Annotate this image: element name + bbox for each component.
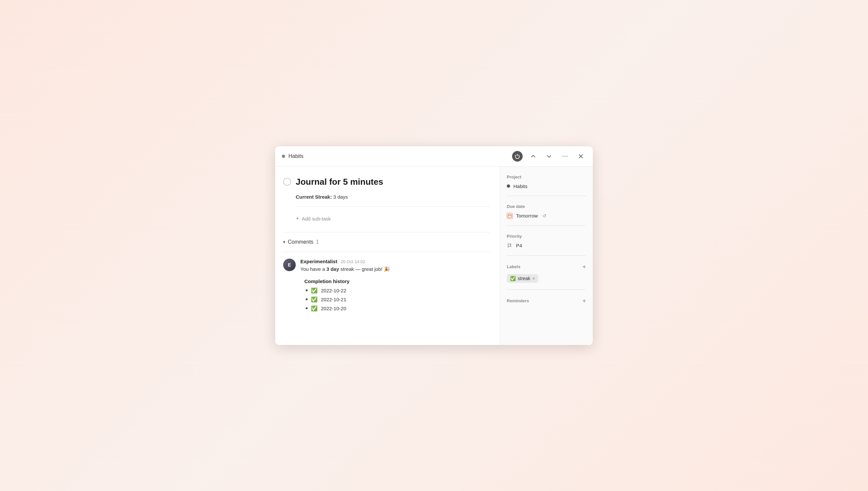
streak-label: Current Streak: bbox=[296, 194, 332, 200]
svg-point-1 bbox=[565, 155, 566, 156]
main-content: Journal for 5 minutes Current Streak: 3 … bbox=[275, 167, 593, 345]
project-name: Habits bbox=[514, 183, 528, 189]
sidebar-priority: Priority P4 bbox=[507, 234, 586, 256]
task-meta: Current Streak: 3 days + Add sub-task bbox=[283, 194, 490, 224]
priority-label: Priority bbox=[507, 234, 586, 239]
comments-section: ▾ Comments 1 E Experimentalist 20 Oct 14… bbox=[283, 239, 490, 314]
comment-bold: 3 day bbox=[327, 266, 339, 272]
reminders-label: Reminders bbox=[507, 298, 529, 303]
title-bar-left: Habits bbox=[282, 153, 303, 159]
bullet-icon bbox=[306, 289, 308, 291]
streak-value: 3 days bbox=[333, 194, 348, 200]
bullet-icon bbox=[306, 307, 308, 309]
close-button[interactable] bbox=[576, 151, 586, 162]
window-title: Habits bbox=[288, 153, 303, 159]
bullet-icon bbox=[306, 298, 308, 300]
avatar-image: E bbox=[283, 259, 296, 271]
left-panel: Journal for 5 minutes Current Streak: 3 … bbox=[275, 167, 500, 345]
priority-value[interactable]: P4 bbox=[507, 243, 586, 249]
history-item: ✅ 2022-10-21 bbox=[304, 296, 390, 302]
comment-text-before: You have a bbox=[300, 266, 327, 272]
divider-2 bbox=[283, 232, 490, 232]
comment-meta: Experimentalist 20 Oct 14:02 bbox=[300, 259, 390, 264]
svg-point-2 bbox=[567, 155, 568, 156]
task-checkbox[interactable] bbox=[283, 178, 291, 186]
comments-label: Comments bbox=[288, 239, 313, 245]
comment-author: Experimentalist bbox=[300, 259, 337, 264]
due-date-text: Tomorrow bbox=[516, 213, 538, 219]
add-reminder-button[interactable]: + bbox=[582, 298, 586, 304]
sidebar-reminders: Reminders + bbox=[507, 298, 586, 315]
comment-text-after: streak — great job! 🎉 bbox=[339, 266, 390, 272]
title-bar: Habits bbox=[275, 146, 593, 167]
task-header: Journal for 5 minutes bbox=[283, 176, 490, 188]
svg-rect-5 bbox=[508, 214, 512, 217]
comment-time: 20 Oct 14:02 bbox=[341, 259, 365, 264]
history-date: 2022-10-20 bbox=[321, 306, 346, 311]
svg-point-0 bbox=[563, 155, 564, 156]
add-subtask-button[interactable]: + Add sub-task bbox=[296, 213, 331, 224]
comment-item: E Experimentalist 20 Oct 14:02 You have … bbox=[283, 259, 490, 314]
labels-header: Labels + bbox=[507, 264, 586, 270]
history-item: ✅ 2022-10-20 bbox=[304, 305, 390, 312]
comment-text: You have a 3 day streak — great job! 🎉 bbox=[300, 265, 390, 273]
task-title: Journal for 5 minutes bbox=[296, 176, 383, 188]
sidebar-labels: Labels + ✅ streak × bbox=[507, 264, 586, 290]
project-label: Project bbox=[507, 174, 586, 179]
right-panel: Project Habits Due date bbox=[500, 167, 593, 345]
label-name: streak bbox=[518, 276, 530, 281]
comments-toggle[interactable]: ▾ Comments 1 bbox=[283, 239, 319, 245]
history-date: 2022-10-22 bbox=[321, 288, 346, 293]
more-options-button[interactable] bbox=[560, 151, 570, 162]
reminders-header: Reminders + bbox=[507, 298, 586, 304]
project-dot bbox=[507, 184, 510, 188]
avatar: E bbox=[283, 259, 296, 271]
down-button[interactable] bbox=[544, 151, 554, 162]
label-remove-button[interactable]: × bbox=[532, 276, 535, 281]
calendar-icon bbox=[507, 213, 513, 219]
history-title: Completion history bbox=[304, 279, 390, 284]
add-subtask-label: Add sub-task bbox=[302, 216, 331, 222]
sidebar-due-date: Due date Tomorrow ↺ bbox=[507, 204, 586, 226]
plus-icon: + bbox=[296, 215, 299, 222]
add-label-button[interactable]: + bbox=[582, 264, 586, 270]
main-window: Habits bbox=[275, 146, 593, 345]
due-date-label: Due date bbox=[507, 204, 586, 209]
check-icon: ✅ bbox=[311, 296, 317, 302]
priority-text: P4 bbox=[516, 243, 522, 248]
completion-history: Completion history ✅ 2022-10-22 ✅ bbox=[300, 279, 390, 312]
up-button[interactable] bbox=[528, 151, 538, 162]
history-item: ✅ 2022-10-22 bbox=[304, 287, 390, 294]
streak-line: Current Streak: 3 days bbox=[296, 194, 490, 200]
comment-body: Experimentalist 20 Oct 14:02 You have a … bbox=[300, 259, 390, 314]
label-tag: ✅ streak × bbox=[507, 274, 538, 283]
power-button[interactable] bbox=[512, 151, 523, 162]
label-check-icon: ✅ bbox=[510, 276, 516, 281]
project-dot-indicator bbox=[282, 154, 285, 158]
history-date: 2022-10-21 bbox=[321, 297, 346, 302]
sidebar-project: Project Habits bbox=[507, 174, 586, 196]
repeat-icon: ↺ bbox=[542, 213, 547, 219]
flag-icon bbox=[507, 243, 513, 249]
due-date-value[interactable]: Tomorrow ↺ bbox=[507, 213, 586, 219]
history-list: ✅ 2022-10-22 ✅ 2022-10-21 bbox=[304, 287, 390, 312]
chevron-icon: ▾ bbox=[283, 240, 285, 244]
project-value: Habits bbox=[507, 183, 586, 189]
divider-3 bbox=[283, 252, 490, 252]
title-bar-right bbox=[512, 151, 586, 162]
divider-1 bbox=[296, 206, 490, 207]
labels-label: Labels bbox=[507, 264, 520, 269]
check-icon: ✅ bbox=[311, 305, 317, 312]
check-icon: ✅ bbox=[311, 287, 317, 294]
comments-count: 1 bbox=[316, 239, 319, 245]
